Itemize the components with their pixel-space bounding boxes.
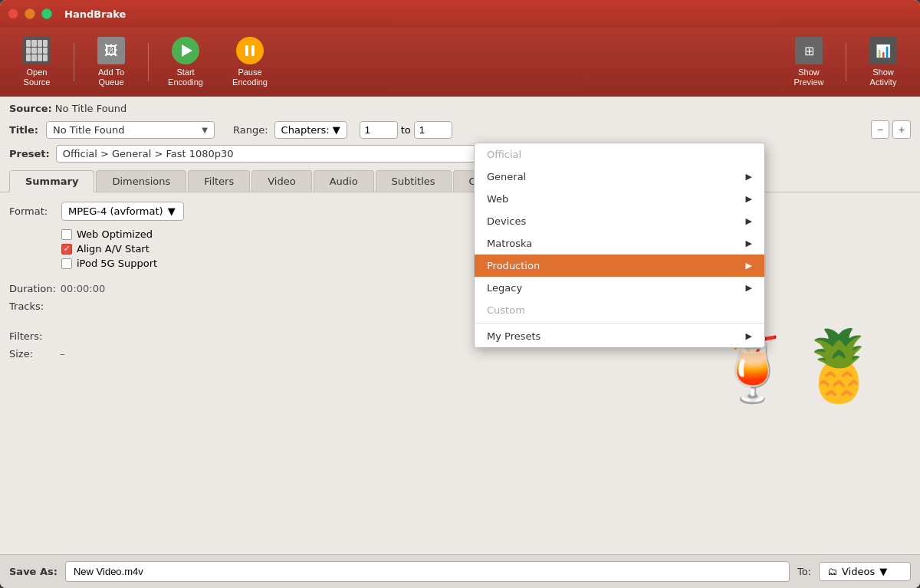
menu-item-general-label: General (487, 171, 526, 182)
menu-item-web-arrow: ▶ (746, 194, 752, 204)
format-dropdown-icon: ▼ (168, 205, 176, 217)
plus-button[interactable]: + (892, 120, 911, 139)
bottom-bar: Save As: To: 🗂 Videos ▼ (0, 554, 920, 588)
open-source-label: OpenSource (24, 67, 51, 87)
show-activity-button[interactable]: 📊 ShowActivity (853, 32, 914, 92)
minimize-button[interactable] (25, 8, 35, 19)
menu-item-general-arrow: ▶ (746, 172, 752, 182)
menu-item-custom-label: Custom (487, 304, 525, 316)
tab-audio[interactable]: Audio (314, 170, 374, 192)
menu-item-web[interactable]: Web ▶ (475, 188, 764, 210)
pause-encoding-icon (236, 37, 264, 64)
to-select[interactable]: 🗂 Videos ▼ (819, 562, 911, 581)
filters-label: Filters: (9, 330, 55, 342)
size-label: Size: (9, 348, 55, 360)
show-preview-icon: ⊞ (795, 37, 823, 64)
source-row: Source: No Title Found (0, 97, 920, 117)
add-to-queue-button[interactable]: 🖼 Add ToQueue (80, 32, 142, 92)
menu-item-devices-label: Devices (487, 215, 526, 227)
menu-item-legacy[interactable]: Legacy ▶ (475, 277, 764, 299)
menu-item-my-presets[interactable]: My Presets ▶ (475, 325, 764, 347)
size-value: – (60, 348, 65, 360)
tab-summary[interactable]: Summary (9, 170, 94, 192)
menu-item-matroska[interactable]: Matroska ▶ (475, 232, 764, 255)
add-to-queue-icon: 🖼 (97, 37, 125, 64)
to-dropdown-icon: ▼ (879, 566, 887, 577)
close-button[interactable] (8, 8, 18, 19)
application-window: HandBrake OpenSource 🖼 Add ToQueue (0, 0, 920, 588)
menu-item-legacy-arrow: ▶ (746, 283, 752, 293)
duration-value: 00:00:00 (61, 283, 105, 294)
menu-item-production[interactable]: Production ▶ (475, 255, 764, 277)
range-dropdown-icon: ▼ (333, 124, 340, 136)
add-to-queue-label: Add ToQueue (98, 67, 124, 87)
open-source-button[interactable]: OpenSource (6, 32, 67, 92)
range-select[interactable]: Chapters: ▼ (274, 121, 347, 139)
range-label: Range: (233, 124, 268, 136)
titlebar: HandBrake (0, 0, 920, 28)
menu-item-my-presets-label: My Presets (487, 330, 540, 342)
toolbar: OpenSource 🖼 Add ToQueue StartEncoding (0, 28, 920, 97)
tab-filters[interactable]: Filters (188, 170, 250, 192)
chapter-from-input[interactable] (360, 121, 398, 139)
tracks-label: Tracks: (9, 301, 55, 312)
menu-separator (475, 323, 764, 324)
to-label: To: (797, 566, 811, 577)
menu-item-my-presets-arrow: ▶ (746, 331, 752, 341)
menu-item-matroska-arrow: ▶ (746, 238, 752, 248)
source-value: No Title Found (55, 103, 127, 114)
start-encoding-icon (172, 37, 199, 64)
title-select-value: No Title Found (53, 124, 197, 136)
save-as-label: Save As: (9, 566, 58, 577)
menu-item-web-label: Web (487, 193, 508, 205)
title-select[interactable]: No Title Found ▼ (46, 121, 215, 139)
menu-item-production-label: Production (487, 260, 540, 271)
start-encoding-button[interactable]: StartEncoding (155, 32, 216, 92)
menu-item-legacy-label: Legacy (487, 282, 522, 294)
preset-label: Preset: (9, 148, 50, 159)
range-value: Chapters: (281, 124, 330, 136)
duration-label: Duration: (9, 283, 56, 294)
format-label: Format: (9, 205, 55, 217)
align-av-cb-box: ✓ (61, 244, 72, 255)
web-optimized-cb-box (61, 229, 72, 240)
menu-item-devices[interactable]: Devices ▶ (475, 210, 764, 232)
menu-item-custom: Custom (475, 299, 764, 321)
maximize-button[interactable] (41, 8, 52, 19)
pause-encoding-button[interactable]: PauseEncoding (219, 32, 281, 92)
title-dropdown-icon: ▼ (202, 126, 208, 134)
chapter-to-input[interactable] (414, 121, 452, 139)
preset-dropdown-menu[interactable]: Official General ▶ Web ▶ Devices ▶ Matro… (474, 143, 765, 348)
menu-item-matroska-label: Matroska (487, 238, 532, 249)
pause-encoding-label: PauseEncoding (232, 67, 268, 87)
title-row: Title: No Title Found ▼ Range: Chapters:… (0, 117, 920, 142)
tab-subtitles[interactable]: Subtitles (376, 170, 452, 192)
web-optimized-label: Web Optimized (77, 228, 153, 240)
preset-field[interactable]: Official > General > Fast 1080p30 ▶ (56, 145, 508, 163)
folder-icon: 🗂 (827, 566, 837, 577)
content-area: Source: No Title Found Title: No Title F… (0, 97, 920, 554)
tab-video[interactable]: Video (251, 170, 311, 192)
preset-value: Official > General > Fast 1080p30 (63, 148, 234, 159)
to-value: Videos (842, 566, 875, 577)
align-av-label: Align A/V Start (77, 243, 150, 255)
menu-item-general[interactable]: General ▶ (475, 166, 764, 188)
menu-item-official-label: Official (487, 149, 521, 160)
show-preview-button[interactable]: ⊞ ShowPreview (778, 32, 840, 92)
ipod-label: iPod 5G Support (77, 258, 157, 269)
title-label: Title: (9, 124, 40, 136)
chapter-inputs: to (360, 121, 452, 139)
main-content: Format: MPEG-4 (avformat) ▼ Web Optimize… (0, 192, 920, 554)
toolbar-separator-1 (74, 43, 74, 81)
minus-button[interactable]: − (871, 120, 889, 139)
menu-item-production-arrow: ▶ (746, 261, 752, 271)
tab-dimensions[interactable]: Dimensions (96, 170, 186, 192)
menu-item-devices-arrow: ▶ (746, 216, 752, 226)
show-preview-label: ShowPreview (794, 67, 823, 87)
save-as-input[interactable] (65, 561, 790, 582)
size-row: Size: – (9, 348, 672, 360)
format-value: MPEG-4 (avformat) (68, 205, 163, 217)
ipod-cb-box (61, 258, 72, 269)
format-select[interactable]: MPEG-4 (avformat) ▼ (61, 202, 184, 221)
preset-row: Preset: Official > General > Fast 1080p3… (0, 142, 920, 166)
